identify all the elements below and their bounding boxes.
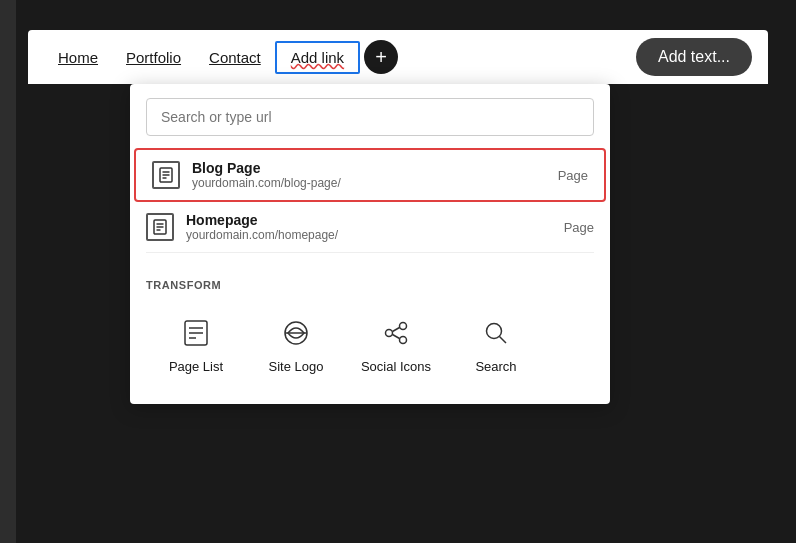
search-area [130, 98, 610, 148]
result-item-homepage[interactable]: Homepage yourdomain.com/homepage/ Page [130, 202, 610, 252]
svg-line-20 [500, 337, 507, 344]
result-title-homepage: Homepage [186, 212, 594, 228]
transform-label: TRANSFORM [146, 279, 594, 291]
result-type-blog: Page [558, 168, 588, 183]
nav-item-portfolio[interactable]: Portfolio [112, 43, 195, 72]
result-info-homepage: Homepage yourdomain.com/homepage/ [186, 212, 594, 242]
transform-item-page-list[interactable]: Page List [146, 307, 246, 384]
result-url-blog: yourdomain.com/blog-page/ [192, 176, 588, 190]
svg-point-14 [400, 323, 407, 330]
link-dropdown-panel: Blog Page yourdomain.com/blog-page/ Page… [130, 84, 610, 404]
transform-item-site-logo[interactable]: Site Logo [246, 307, 346, 384]
transform-label-search: Search [475, 359, 516, 376]
page-icon-blog [152, 161, 180, 189]
site-logo-icon [278, 315, 314, 351]
transform-item-social-icons[interactable]: Social Icons [346, 307, 446, 384]
nav-item-addlink[interactable]: Add link [275, 41, 360, 74]
transform-item-search[interactable]: Search [446, 307, 546, 384]
left-sidebar [0, 0, 16, 543]
transform-label-page-list: Page List [169, 359, 223, 376]
result-type-homepage: Page [564, 220, 594, 235]
svg-point-16 [400, 337, 407, 344]
social-icons-icon [378, 315, 414, 351]
svg-point-15 [386, 330, 393, 337]
svg-point-19 [487, 324, 502, 339]
add-text-button[interactable]: Add text... [636, 38, 752, 76]
transform-label-site-logo: Site Logo [269, 359, 324, 376]
result-url-homepage: yourdomain.com/homepage/ [186, 228, 594, 242]
search-transform-icon [478, 315, 514, 351]
page-list-icon [178, 315, 214, 351]
transform-items: Page List Site Logo [146, 307, 594, 384]
transform-section: TRANSFORM Page List [130, 265, 610, 384]
add-nav-item-button[interactable]: + [364, 40, 398, 74]
result-info-blog: Blog Page yourdomain.com/blog-page/ [192, 160, 588, 190]
page-icon-homepage [146, 213, 174, 241]
divider [146, 252, 594, 253]
svg-line-17 [393, 328, 400, 332]
nav-item-home[interactable]: Home [44, 43, 112, 72]
nav-item-contact[interactable]: Contact [195, 43, 275, 72]
result-item-blog-page[interactable]: Blog Page yourdomain.com/blog-page/ Page [134, 148, 606, 202]
search-input[interactable] [146, 98, 594, 136]
transform-label-social-icons: Social Icons [361, 359, 431, 376]
result-title-blog: Blog Page [192, 160, 588, 176]
editor-nav-bar: Home Portfolio Contact Add link + Add te… [28, 30, 768, 84]
svg-line-18 [393, 335, 400, 339]
